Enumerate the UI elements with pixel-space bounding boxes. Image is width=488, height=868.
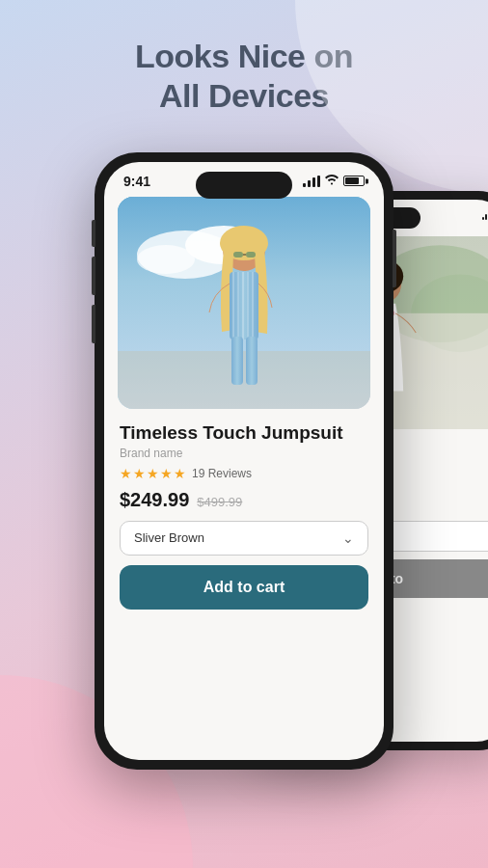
phone-main: 9:41 — [95, 152, 393, 770]
secondary-signal-icon — [482, 210, 488, 220]
stars: ★ ★ ★ ★ ★ — [120, 466, 186, 481]
product-image-background — [118, 197, 370, 409]
product-image — [118, 197, 370, 409]
product-info: Timeless Touch Jumpsuit Brand name ★ ★ ★… — [104, 409, 384, 610]
title-line2: All Devices — [159, 77, 329, 114]
svg-point-3 — [137, 245, 195, 274]
dynamic-island — [196, 172, 292, 199]
phone-button-left-volume-down — [92, 305, 95, 343]
wifi-icon — [325, 174, 339, 188]
svg-rect-8 — [246, 252, 256, 258]
status-time: 9:41 — [123, 174, 150, 189]
reviews-text: 19 Reviews — [192, 467, 252, 480]
chevron-down-icon: ⌄ — [342, 530, 354, 546]
svg-rect-16 — [231, 337, 243, 385]
price-row: $249.99 $499.99 — [120, 489, 368, 511]
product-name: Timeless Touch Jumpsuit — [120, 422, 368, 444]
star-3: ★ — [147, 466, 159, 481]
star-4: ★ — [160, 466, 173, 481]
price-original: $499.99 — [197, 495, 242, 509]
status-icons — [303, 174, 365, 188]
battery-icon — [343, 176, 365, 186]
phone-screen: 9:41 — [104, 162, 384, 760]
phone-button-right — [393, 230, 396, 287]
signal-icon — [303, 176, 320, 187]
price-current: $249.99 — [120, 489, 189, 511]
svg-rect-17 — [246, 337, 258, 385]
color-selector[interactable]: Sliver Brown ⌄ — [120, 521, 368, 556]
devices-container: 9:41 — [0, 143, 488, 868]
star-1: ★ — [120, 466, 132, 481]
rating-row: ★ ★ ★ ★ ★ 19 Reviews — [120, 466, 368, 481]
star-5: ★ — [174, 466, 186, 481]
brand-name: Brand name — [120, 447, 368, 460]
star-2: ★ — [133, 466, 146, 481]
svg-rect-7 — [233, 252, 243, 258]
phone-button-left-volume-up — [92, 257, 95, 295]
secondary-status-icons — [482, 210, 488, 220]
product-illustration — [118, 197, 370, 409]
phone-button-left-mute — [92, 220, 95, 247]
add-to-cart-button[interactable]: Add to cart — [120, 565, 368, 610]
svg-rect-4 — [118, 351, 370, 409]
color-selected-text: Sliver Brown — [134, 530, 204, 545]
